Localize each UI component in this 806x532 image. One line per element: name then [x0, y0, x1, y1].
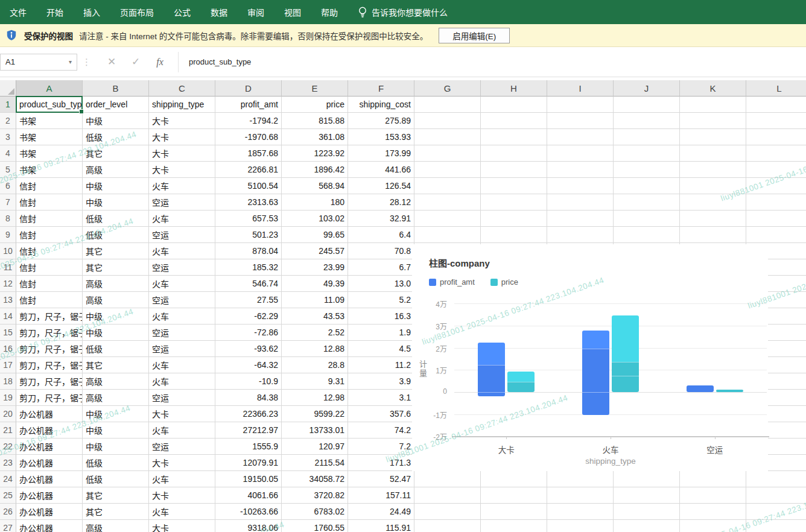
- cell-F19[interactable]: 3.1: [348, 390, 414, 406]
- cell-C25[interactable]: 大卡: [149, 487, 215, 504]
- cell-E6[interactable]: 568.94: [282, 178, 348, 194]
- cell-F9[interactable]: 6.4: [348, 227, 414, 243]
- cell-H8[interactable]: [481, 211, 547, 227]
- cell-E20[interactable]: 9599.22: [282, 406, 348, 422]
- cell-B7[interactable]: 中级: [83, 194, 149, 211]
- cell-F1[interactable]: shipping_cost: [348, 97, 414, 113]
- cell-H3[interactable]: [481, 129, 547, 145]
- column-header-C[interactable]: C: [149, 80, 215, 97]
- cell-C26[interactable]: 火车: [149, 504, 215, 520]
- cell-K9[interactable]: [680, 227, 746, 243]
- cell-L5[interactable]: [746, 162, 806, 178]
- cell-A4[interactable]: 书架: [16, 145, 83, 162]
- cell-B23[interactable]: 低级: [83, 455, 149, 471]
- cell-D22[interactable]: 1555.9: [215, 439, 282, 455]
- cell-L8[interactable]: [746, 211, 806, 227]
- ribbon-tab-2[interactable]: 开始: [45, 6, 65, 18]
- row-header-9[interactable]: 9: [0, 227, 16, 243]
- cell-D10[interactable]: 878.04: [215, 243, 282, 259]
- ribbon-tab-4[interactable]: 页面布局: [119, 6, 155, 18]
- cell-C9[interactable]: 空运: [149, 227, 215, 243]
- column-header-D[interactable]: D: [215, 80, 282, 97]
- cell-I4[interactable]: [547, 145, 614, 162]
- cancel-entry-icon[interactable]: ✕: [100, 55, 124, 68]
- cell-G8[interactable]: [414, 211, 481, 227]
- cell-C16[interactable]: 空运: [149, 341, 215, 357]
- cell-A14[interactable]: 剪刀，尺子，锯子: [16, 308, 83, 325]
- cell-A3[interactable]: 书架: [16, 129, 83, 145]
- cell-C19[interactable]: 空运: [149, 390, 215, 406]
- cell-C18[interactable]: 火车: [149, 373, 215, 390]
- cell-E1[interactable]: price: [282, 97, 348, 113]
- cell-K3[interactable]: [680, 129, 746, 145]
- cell-J25[interactable]: [614, 487, 680, 504]
- row-header-6[interactable]: 6: [0, 178, 16, 194]
- cell-D23[interactable]: 12079.91: [215, 455, 282, 471]
- cell-E27[interactable]: 1760.55: [282, 520, 348, 532]
- cell-B12[interactable]: 高级: [83, 276, 149, 292]
- cell-F14[interactable]: 16.3: [348, 308, 414, 325]
- cell-D8[interactable]: 657.53: [215, 211, 282, 227]
- cell-C14[interactable]: 火车: [149, 308, 215, 325]
- cell-I26[interactable]: [547, 504, 614, 520]
- cell-J3[interactable]: [614, 129, 680, 145]
- cell-B19[interactable]: 高级: [83, 390, 149, 406]
- row-header-22[interactable]: 22: [0, 439, 16, 455]
- cell-F20[interactable]: 357.6: [348, 406, 414, 422]
- cell-D19[interactable]: 84.38: [215, 390, 282, 406]
- cell-A5[interactable]: 书架: [16, 162, 83, 178]
- cell-A22[interactable]: 办公机器: [16, 439, 83, 455]
- cell-K4[interactable]: [680, 145, 746, 162]
- cell-B13[interactable]: 高级: [83, 292, 149, 308]
- cell-E17[interactable]: 28.8: [282, 357, 348, 373]
- cell-E5[interactable]: 1896.42: [282, 162, 348, 178]
- cell-A20[interactable]: 办公机器: [16, 406, 83, 422]
- cell-I2[interactable]: [547, 113, 614, 129]
- cell-E2[interactable]: 815.88: [282, 113, 348, 129]
- cell-B6[interactable]: 中级: [83, 178, 149, 194]
- cell-I1[interactable]: [547, 97, 614, 113]
- cell-F26[interactable]: 24.49: [348, 504, 414, 520]
- cell-D21[interactable]: 27212.97: [215, 422, 282, 439]
- row-header-16[interactable]: 16: [0, 341, 16, 357]
- cell-D27[interactable]: 9318.06: [215, 520, 282, 532]
- row-header-1[interactable]: 1: [0, 97, 16, 113]
- cell-B21[interactable]: 中级: [83, 422, 149, 439]
- cell-C7[interactable]: 空运: [149, 194, 215, 211]
- cell-B26[interactable]: 其它: [83, 504, 149, 520]
- ribbon-tab-6[interactable]: 数据: [209, 6, 229, 18]
- cell-K1[interactable]: [680, 97, 746, 113]
- cell-F13[interactable]: 5.2: [348, 292, 414, 308]
- column-header-K[interactable]: K: [680, 80, 746, 97]
- cell-D14[interactable]: -62.29: [215, 308, 282, 325]
- cell-D25[interactable]: 4061.66: [215, 487, 282, 504]
- cell-D17[interactable]: -64.32: [215, 357, 282, 373]
- cell-E19[interactable]: 12.98: [282, 390, 348, 406]
- cell-F25[interactable]: 157.11: [348, 487, 414, 504]
- cell-E15[interactable]: 2.52: [282, 325, 348, 341]
- cell-C8[interactable]: 火车: [149, 211, 215, 227]
- ribbon-tab-1[interactable]: 文件: [8, 6, 28, 18]
- cell-D24[interactable]: 19150.05: [215, 471, 282, 487]
- row-header-18[interactable]: 18: [0, 373, 16, 390]
- cell-F5[interactable]: 441.66: [348, 162, 414, 178]
- cell-B17[interactable]: 其它: [83, 357, 149, 373]
- cell-F11[interactable]: 6.7: [348, 259, 414, 276]
- cell-F6[interactable]: 126.54: [348, 178, 414, 194]
- row-header-17[interactable]: 17: [0, 357, 16, 373]
- cell-A27[interactable]: 办公机器: [16, 520, 83, 532]
- cell-E16[interactable]: 12.88: [282, 341, 348, 357]
- cell-B27[interactable]: 高级: [83, 520, 149, 532]
- cell-D16[interactable]: -93.62: [215, 341, 282, 357]
- cell-G24[interactable]: [414, 471, 481, 487]
- cell-G7[interactable]: [414, 194, 481, 211]
- row-header-4[interactable]: 4: [0, 145, 16, 162]
- cell-I3[interactable]: [547, 129, 614, 145]
- cell-C5[interactable]: 大卡: [149, 162, 215, 178]
- cell-C12[interactable]: 火车: [149, 276, 215, 292]
- cell-I6[interactable]: [547, 178, 614, 194]
- cell-J7[interactable]: [614, 194, 680, 211]
- row-header-26[interactable]: 26: [0, 504, 16, 520]
- cell-D13[interactable]: 27.55: [215, 292, 282, 308]
- cell-B4[interactable]: 其它: [83, 145, 149, 162]
